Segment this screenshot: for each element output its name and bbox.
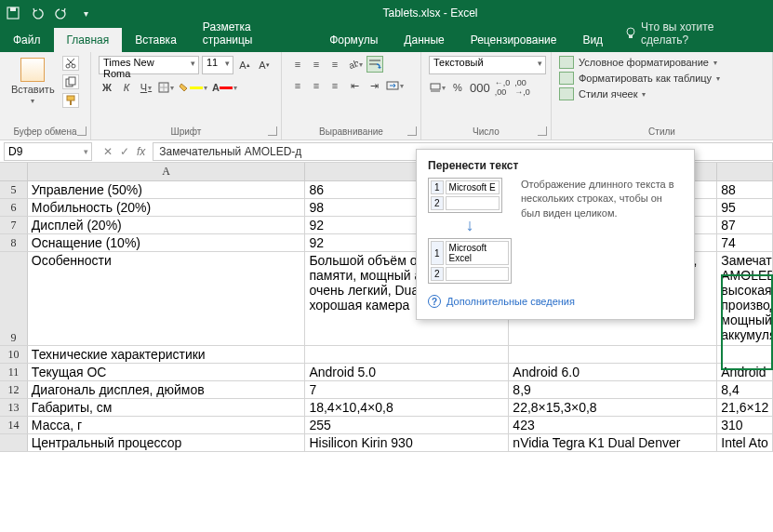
row-header[interactable]: 9 bbox=[0, 252, 28, 345]
merge-button[interactable] bbox=[385, 77, 405, 94]
wrap-text-button[interactable] bbox=[367, 56, 383, 73]
font-name-select[interactable]: Times New Roma bbox=[99, 56, 199, 74]
cell[interactable]: 255 bbox=[305, 417, 509, 433]
tab-home[interactable]: Главная bbox=[54, 28, 123, 52]
conditional-formatting-button[interactable]: Условное форматирование▾ bbox=[559, 56, 765, 69]
orientation-button[interactable]: ab bbox=[346, 56, 364, 73]
cell[interactable]: Габариты, см bbox=[28, 399, 306, 416]
tab-page-layout[interactable]: Разметка страницы bbox=[190, 15, 316, 52]
qat-customize-icon[interactable]: ▾ bbox=[78, 6, 93, 20]
redo-icon[interactable] bbox=[54, 6, 69, 20]
font-size-select[interactable]: 11 bbox=[202, 56, 233, 74]
cell[interactable]: Hisilicon Kirin 930 bbox=[305, 434, 509, 451]
cell[interactable]: Масса, г bbox=[28, 417, 306, 433]
decrease-font-icon[interactable]: A▾ bbox=[256, 57, 273, 73]
fill-color-button[interactable] bbox=[178, 79, 208, 96]
tell-me-box[interactable]: Что вы хотите сделать? bbox=[616, 15, 773, 52]
font-color-button[interactable]: A bbox=[211, 79, 238, 96]
cell[interactable]: 18,4×10,4×0,8 bbox=[305, 399, 509, 416]
cell[interactable]: Текущая ОС bbox=[28, 364, 306, 380]
cell[interactable]: Android 6.0 bbox=[509, 364, 717, 380]
accounting-format-button[interactable] bbox=[429, 79, 446, 96]
cell[interactable]: Замечательный AMOLED-дисплей, высокая пр… bbox=[717, 252, 773, 345]
cell[interactable]: 87 bbox=[717, 217, 773, 233]
row-header[interactable]: 10 bbox=[0, 346, 28, 363]
align-right-icon[interactable]: ≡ bbox=[327, 77, 343, 94]
enter-formula-icon[interactable]: ✓ bbox=[120, 145, 129, 158]
dialog-launcher-icon[interactable] bbox=[407, 126, 417, 136]
fx-icon[interactable]: fx bbox=[137, 145, 145, 158]
bold-button[interactable]: Ж bbox=[99, 79, 115, 96]
cell-styles-button[interactable]: Стили ячеек▾ bbox=[559, 87, 765, 100]
name-box[interactable]: D9 bbox=[4, 142, 92, 161]
row-header[interactable]: 12 bbox=[0, 381, 28, 398]
save-icon[interactable] bbox=[6, 6, 20, 20]
dialog-launcher-icon[interactable] bbox=[268, 126, 277, 136]
cell[interactable]: 74 bbox=[717, 234, 773, 251]
cell[interactable]: 8,4 bbox=[717, 381, 773, 398]
increase-font-icon[interactable]: A▴ bbox=[236, 57, 253, 73]
tab-insert[interactable]: Вставка bbox=[122, 28, 190, 52]
cut-icon[interactable] bbox=[62, 56, 79, 71]
cell[interactable] bbox=[305, 346, 509, 363]
align-bottom-icon[interactable]: ≡ bbox=[327, 56, 343, 73]
cell[interactable]: 423 bbox=[509, 417, 717, 433]
row-header[interactable]: 5 bbox=[0, 181, 28, 198]
cell[interactable]: 310 bbox=[717, 417, 773, 433]
cell[interactable]: Управление (50%) bbox=[28, 181, 306, 198]
tab-view[interactable]: Вид bbox=[569, 28, 616, 52]
tab-file[interactable]: Файл bbox=[0, 28, 54, 52]
cell[interactable]: Оснащение (10%) bbox=[28, 234, 306, 251]
decrease-decimal-icon[interactable]: ,00→,0 bbox=[513, 79, 531, 96]
copy-icon[interactable] bbox=[62, 74, 79, 89]
border-button[interactable] bbox=[157, 79, 175, 96]
select-all-corner[interactable] bbox=[0, 163, 28, 180]
cell[interactable] bbox=[509, 346, 717, 363]
underline-button[interactable]: Ч bbox=[138, 79, 154, 96]
cell[interactable] bbox=[717, 346, 773, 363]
cell[interactable]: Особенности bbox=[28, 252, 306, 345]
align-left-icon[interactable]: ≡ bbox=[289, 77, 306, 94]
cell[interactable]: Технические характеристики bbox=[28, 346, 306, 363]
cell[interactable]: Диагональ дисплея, дюймов bbox=[28, 381, 306, 398]
cell[interactable]: Мобильность (20%) bbox=[28, 199, 306, 216]
undo-icon[interactable] bbox=[30, 6, 45, 20]
cell[interactable]: 7 bbox=[305, 381, 509, 398]
cell[interactable]: Дисплей (20%) bbox=[28, 217, 306, 233]
cell[interactable]: 8,9 bbox=[509, 381, 717, 398]
row-header[interactable] bbox=[0, 434, 28, 451]
row-header[interactable]: 14 bbox=[0, 417, 28, 433]
tab-data[interactable]: Данные bbox=[391, 28, 457, 52]
cell[interactable]: nVidia Tegra K1 Dual Denver bbox=[509, 434, 717, 451]
row-header[interactable]: 7 bbox=[0, 217, 28, 233]
increase-indent-icon[interactable]: ⇥ bbox=[366, 77, 382, 94]
tooltip-more-info-link[interactable]: ? Дополнительные сведения bbox=[428, 295, 683, 308]
row-header[interactable]: 8 bbox=[0, 234, 28, 251]
row-header[interactable]: 11 bbox=[0, 364, 28, 380]
cell[interactable]: 88 bbox=[717, 181, 773, 198]
align-middle-icon[interactable]: ≡ bbox=[308, 56, 325, 73]
cancel-formula-icon[interactable]: ✕ bbox=[103, 145, 113, 158]
dialog-launcher-icon[interactable] bbox=[77, 126, 87, 136]
italic-button[interactable]: К bbox=[118, 79, 135, 96]
cell[interactable]: Android bbox=[717, 364, 773, 380]
cell[interactable]: Intel Ato bbox=[717, 434, 773, 451]
cell[interactable]: 22,8×15,3×0,8 bbox=[509, 399, 717, 416]
cell[interactable]: Центральный процессор bbox=[28, 434, 306, 451]
row-header[interactable]: 6 bbox=[0, 199, 28, 216]
percent-button[interactable]: % bbox=[449, 79, 466, 96]
format-painter-icon[interactable] bbox=[62, 93, 79, 108]
number-format-select[interactable]: Текстовый bbox=[429, 56, 546, 74]
tab-review[interactable]: Рецензирование bbox=[458, 28, 570, 52]
cell[interactable]: 21,6×12 bbox=[717, 399, 773, 416]
dialog-launcher-icon[interactable] bbox=[538, 126, 547, 136]
tab-formulas[interactable]: Формулы bbox=[316, 28, 391, 52]
cell[interactable]: 95 bbox=[717, 199, 773, 216]
format-as-table-button[interactable]: Форматировать как таблицу▾ bbox=[559, 72, 765, 85]
col-header-a[interactable]: A bbox=[28, 163, 306, 180]
increase-decimal-icon[interactable]: ←,0,00 bbox=[494, 79, 512, 96]
cell[interactable]: Android 5.0 bbox=[305, 364, 509, 380]
paste-button[interactable]: Вставить ▾ bbox=[7, 56, 59, 107]
align-center-icon[interactable]: ≡ bbox=[308, 77, 325, 94]
col-header-d[interactable] bbox=[717, 163, 773, 180]
